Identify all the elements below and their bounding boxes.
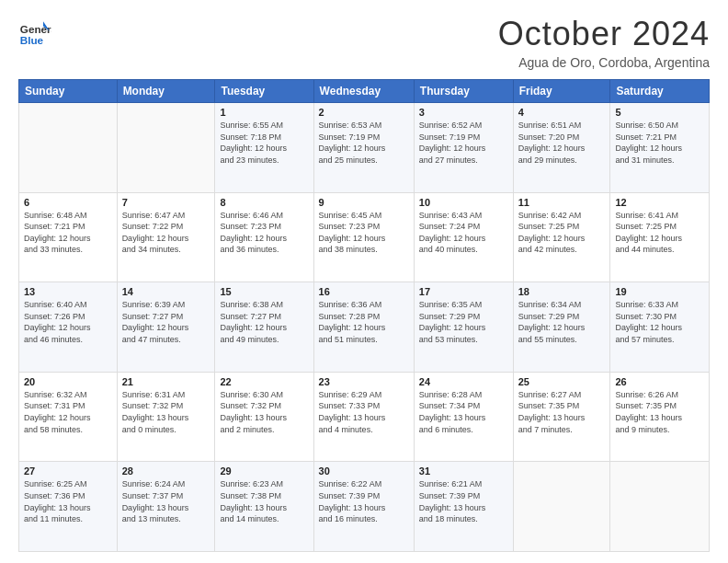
day-number: 27 [24, 465, 112, 477]
day-info: Sunrise: 6:34 AM Sunset: 7:29 PM Dayligh… [518, 299, 606, 345]
day-info: Sunrise: 6:42 AM Sunset: 7:25 PM Dayligh… [518, 210, 606, 256]
table-row [19, 103, 118, 193]
location: Agua de Oro, Cordoba, Argentina [498, 55, 710, 70]
svg-text:Blue: Blue [20, 34, 44, 46]
title-block: October 2024 Agua de Oro, Cordoba, Argen… [498, 15, 710, 70]
table-row [610, 462, 710, 552]
day-info: Sunrise: 6:28 AM Sunset: 7:34 PM Dayligh… [419, 389, 508, 435]
table-row: 26Sunrise: 6:26 AM Sunset: 7:35 PM Dayli… [610, 372, 710, 462]
month-title: October 2024 [498, 15, 710, 53]
day-number: 16 [319, 286, 409, 297]
table-row: 18Sunrise: 6:34 AM Sunset: 7:29 PM Dayli… [513, 282, 610, 373]
table-row: 8Sunrise: 6:46 AM Sunset: 7:23 PM Daylig… [215, 192, 313, 282]
day-number: 14 [122, 286, 210, 297]
table-row: 24Sunrise: 6:28 AM Sunset: 7:34 PM Dayli… [414, 372, 513, 462]
day-info: Sunrise: 6:45 AM Sunset: 7:23 PM Dayligh… [319, 210, 409, 256]
day-number: 10 [419, 197, 508, 208]
page: General Blue October 2024 Agua de Oro, C… [0, 0, 728, 563]
day-number: 7 [122, 197, 210, 208]
day-info: Sunrise: 6:23 AM Sunset: 7:38 PM Dayligh… [220, 478, 308, 524]
day-info: Sunrise: 6:32 AM Sunset: 7:31 PM Dayligh… [24, 389, 112, 435]
day-info: Sunrise: 6:35 AM Sunset: 7:29 PM Dayligh… [419, 299, 508, 345]
day-info: Sunrise: 6:36 AM Sunset: 7:28 PM Dayligh… [319, 299, 409, 345]
table-row: 13Sunrise: 6:40 AM Sunset: 7:26 PM Dayli… [19, 282, 118, 373]
logo-icon: General Blue [18, 15, 51, 48]
day-number: 13 [24, 286, 112, 297]
table-row: 1Sunrise: 6:55 AM Sunset: 7:18 PM Daylig… [215, 103, 313, 193]
table-row: 22Sunrise: 6:30 AM Sunset: 7:32 PM Dayli… [215, 372, 313, 462]
day-info: Sunrise: 6:31 AM Sunset: 7:32 PM Dayligh… [122, 389, 210, 435]
table-row: 7Sunrise: 6:47 AM Sunset: 7:22 PM Daylig… [117, 192, 215, 282]
day-number: 8 [220, 197, 308, 208]
day-info: Sunrise: 6:21 AM Sunset: 7:39 PM Dayligh… [419, 478, 508, 524]
calendar: Sunday Monday Tuesday Wednesday Thursday… [18, 79, 710, 552]
calendar-table: Sunday Monday Tuesday Wednesday Thursday… [18, 79, 710, 552]
day-info: Sunrise: 6:22 AM Sunset: 7:39 PM Dayligh… [319, 478, 409, 524]
table-row [117, 103, 215, 193]
table-row: 28Sunrise: 6:24 AM Sunset: 7:37 PM Dayli… [117, 462, 215, 552]
table-row: 4Sunrise: 6:51 AM Sunset: 7:20 PM Daylig… [513, 103, 610, 193]
day-number: 24 [419, 376, 508, 387]
col-tuesday: Tuesday [215, 80, 313, 103]
table-row: 29Sunrise: 6:23 AM Sunset: 7:38 PM Dayli… [215, 462, 313, 552]
day-info: Sunrise: 6:30 AM Sunset: 7:32 PM Dayligh… [220, 389, 308, 435]
col-sunday: Sunday [19, 80, 118, 103]
table-row: 23Sunrise: 6:29 AM Sunset: 7:33 PM Dayli… [313, 372, 414, 462]
day-number: 20 [24, 376, 112, 387]
col-thursday: Thursday [414, 80, 513, 103]
day-number: 12 [615, 197, 704, 208]
day-number: 25 [518, 376, 606, 387]
day-info: Sunrise: 6:27 AM Sunset: 7:35 PM Dayligh… [518, 389, 606, 435]
day-number: 1 [220, 107, 308, 118]
day-info: Sunrise: 6:53 AM Sunset: 7:19 PM Dayligh… [319, 120, 409, 166]
day-number: 9 [319, 197, 409, 208]
day-info: Sunrise: 6:24 AM Sunset: 7:37 PM Dayligh… [122, 478, 210, 524]
col-wednesday: Wednesday [313, 80, 414, 103]
header: General Blue October 2024 Agua de Oro, C… [18, 15, 710, 70]
table-row: 25Sunrise: 6:27 AM Sunset: 7:35 PM Dayli… [513, 372, 610, 462]
day-number: 5 [615, 107, 704, 118]
day-number: 29 [220, 465, 308, 477]
table-row: 9Sunrise: 6:45 AM Sunset: 7:23 PM Daylig… [313, 192, 414, 282]
day-number: 19 [615, 286, 704, 297]
day-number: 30 [319, 465, 409, 477]
table-row: 20Sunrise: 6:32 AM Sunset: 7:31 PM Dayli… [19, 372, 118, 462]
day-number: 22 [220, 376, 308, 387]
logo: General Blue [18, 15, 51, 48]
table-row [513, 462, 610, 552]
day-number: 15 [220, 286, 308, 297]
table-row: 16Sunrise: 6:36 AM Sunset: 7:28 PM Dayli… [313, 282, 414, 373]
day-info: Sunrise: 6:50 AM Sunset: 7:21 PM Dayligh… [615, 120, 704, 166]
table-row: 2Sunrise: 6:53 AM Sunset: 7:19 PM Daylig… [313, 103, 414, 193]
col-saturday: Saturday [610, 80, 710, 103]
day-info: Sunrise: 6:55 AM Sunset: 7:18 PM Dayligh… [220, 120, 308, 166]
table-row: 30Sunrise: 6:22 AM Sunset: 7:39 PM Dayli… [313, 462, 414, 552]
day-info: Sunrise: 6:43 AM Sunset: 7:24 PM Dayligh… [419, 210, 508, 256]
day-info: Sunrise: 6:33 AM Sunset: 7:30 PM Dayligh… [615, 299, 704, 345]
day-info: Sunrise: 6:47 AM Sunset: 7:22 PM Dayligh… [122, 210, 210, 256]
day-info: Sunrise: 6:46 AM Sunset: 7:23 PM Dayligh… [220, 210, 308, 256]
day-number: 11 [518, 197, 606, 208]
day-number: 28 [122, 465, 210, 477]
table-row: 15Sunrise: 6:38 AM Sunset: 7:27 PM Dayli… [215, 282, 313, 373]
day-info: Sunrise: 6:41 AM Sunset: 7:25 PM Dayligh… [615, 210, 704, 256]
day-info: Sunrise: 6:52 AM Sunset: 7:19 PM Dayligh… [419, 120, 508, 166]
col-friday: Friday [513, 80, 610, 103]
table-row: 31Sunrise: 6:21 AM Sunset: 7:39 PM Dayli… [414, 462, 513, 552]
day-info: Sunrise: 6:39 AM Sunset: 7:27 PM Dayligh… [122, 299, 210, 345]
day-info: Sunrise: 6:40 AM Sunset: 7:26 PM Dayligh… [24, 299, 112, 345]
day-number: 4 [518, 107, 606, 118]
table-row: 17Sunrise: 6:35 AM Sunset: 7:29 PM Dayli… [414, 282, 513, 373]
day-number: 6 [24, 197, 112, 208]
table-row: 11Sunrise: 6:42 AM Sunset: 7:25 PM Dayli… [513, 192, 610, 282]
day-number: 26 [615, 376, 704, 387]
day-number: 21 [122, 376, 210, 387]
day-info: Sunrise: 6:51 AM Sunset: 7:20 PM Dayligh… [518, 120, 606, 166]
day-number: 3 [419, 107, 508, 118]
table-row: 19Sunrise: 6:33 AM Sunset: 7:30 PM Dayli… [610, 282, 710, 373]
table-row: 14Sunrise: 6:39 AM Sunset: 7:27 PM Dayli… [117, 282, 215, 373]
day-number: 18 [518, 286, 606, 297]
table-row: 12Sunrise: 6:41 AM Sunset: 7:25 PM Dayli… [610, 192, 710, 282]
table-row: 27Sunrise: 6:25 AM Sunset: 7:36 PM Dayli… [19, 462, 118, 552]
table-row: 6Sunrise: 6:48 AM Sunset: 7:21 PM Daylig… [19, 192, 118, 282]
